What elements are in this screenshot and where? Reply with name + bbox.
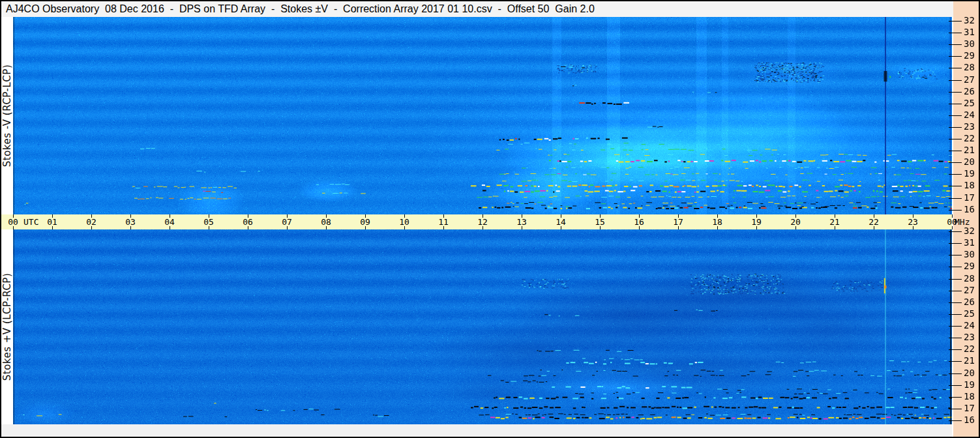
freq-tick xyxy=(949,198,962,199)
hour-label: 06 xyxy=(239,217,256,227)
freq-label: 16 xyxy=(964,204,980,216)
hour-label: 07 xyxy=(278,217,295,227)
freq-label: 30 xyxy=(964,38,980,50)
freq-tick xyxy=(949,361,962,362)
hour-label: 05 xyxy=(200,217,217,227)
freq-label: 23 xyxy=(964,121,980,133)
freq-tick xyxy=(949,314,962,315)
freq-tick xyxy=(949,104,962,104)
freq-label: 21 xyxy=(964,355,980,367)
freq-tick xyxy=(949,139,962,139)
hour-label: 08 xyxy=(318,217,334,227)
hour-label: 14 xyxy=(552,217,569,227)
freq-tick xyxy=(949,279,962,280)
freq-label: 26 xyxy=(964,86,980,98)
freq-tick xyxy=(949,302,962,303)
freq-label: 22 xyxy=(964,343,980,355)
freq-label: 28 xyxy=(964,273,980,285)
freq-tick xyxy=(949,186,962,186)
hour-label: 12 xyxy=(474,217,491,227)
freq-tick xyxy=(949,385,962,386)
hour-label: 00 xyxy=(5,217,22,227)
freq-label: 29 xyxy=(964,261,980,272)
freq-tick xyxy=(949,420,962,421)
hour-label: 01 xyxy=(44,217,61,227)
freq-tick xyxy=(949,243,962,244)
hour-label: 13 xyxy=(513,217,530,227)
hour-label: 16 xyxy=(631,217,647,227)
hour-label: 11 xyxy=(435,217,452,227)
freq-label: 17 xyxy=(964,403,980,415)
hour-label: 22 xyxy=(865,217,882,227)
freq-tick xyxy=(949,151,962,151)
title-bar: AJ4CO Observatory 08 Dec 2016 - DPS on T… xyxy=(1,1,957,17)
freq-tick xyxy=(949,409,962,409)
freq-label: 27 xyxy=(964,285,980,297)
freq-label: 29 xyxy=(964,50,980,62)
freq-label: 17 xyxy=(964,192,980,204)
panel-label-stokes-minus-v: Stokes -V (RCP-LCP) xyxy=(1,17,13,214)
freq-tick xyxy=(949,338,962,338)
freq-label: 25 xyxy=(964,308,980,320)
freq-label: 31 xyxy=(964,27,980,38)
freq-label: 18 xyxy=(964,180,980,192)
freq-label: 24 xyxy=(964,110,980,121)
freq-tick xyxy=(949,397,962,398)
freq-label: 24 xyxy=(964,320,980,332)
hour-label: 18 xyxy=(709,217,726,227)
freq-label: 31 xyxy=(964,237,980,249)
freq-tick xyxy=(949,68,962,68)
freq-label: 26 xyxy=(964,297,980,308)
hour-label: 20 xyxy=(787,217,804,227)
freq-tick xyxy=(949,267,962,267)
freq-label: 19 xyxy=(964,379,980,391)
freq-label: 27 xyxy=(964,74,980,86)
freq-tick xyxy=(949,92,962,93)
hour-label: 03 xyxy=(122,217,139,227)
freq-label: 20 xyxy=(964,156,980,168)
freq-label: 21 xyxy=(964,145,980,156)
freq-tick xyxy=(949,56,962,57)
spectrogram-viewer-window: AJ4CO Observatory 08 Dec 2016 - DPS on T… xyxy=(0,0,980,438)
freq-tick xyxy=(949,174,962,175)
freq-tick xyxy=(949,210,962,211)
freq-label: 18 xyxy=(964,391,980,403)
hour-label: 10 xyxy=(396,217,413,227)
spectrogram-top-stokes-minus-v xyxy=(13,17,952,214)
freq-tick xyxy=(949,21,962,22)
freq-tick xyxy=(949,255,962,256)
freq-label: 23 xyxy=(964,332,980,343)
freq-label: 28 xyxy=(964,62,980,74)
hour-label: 23 xyxy=(904,217,921,227)
freq-label: 30 xyxy=(964,249,980,261)
freq-tick xyxy=(949,162,962,163)
freq-label: 19 xyxy=(964,168,980,180)
spectrogram-bottom-stokes-plus-v xyxy=(13,229,952,424)
freq-tick xyxy=(949,326,962,327)
hour-label: 04 xyxy=(161,217,178,227)
panel-label-stokes-plus-v: Stokes +V (LCP-RCP) xyxy=(1,229,13,424)
hour-label: 09 xyxy=(357,217,374,227)
freq-label: 32 xyxy=(964,226,980,237)
freq-tick xyxy=(949,44,962,45)
freq-tick xyxy=(949,373,962,374)
freq-tick xyxy=(949,291,962,291)
utc-unit-label: UTC xyxy=(23,217,38,227)
hour-label: 19 xyxy=(748,217,765,227)
freq-label: 16 xyxy=(964,415,980,426)
freq-label: 25 xyxy=(964,98,980,110)
bottom-margin xyxy=(1,424,952,437)
hour-label: 15 xyxy=(591,217,608,227)
freq-label: 20 xyxy=(964,368,980,379)
freq-tick xyxy=(949,231,962,232)
freq-label: 32 xyxy=(964,15,980,27)
freq-tick xyxy=(949,80,962,81)
hour-label: 02 xyxy=(83,217,100,227)
hour-label: 17 xyxy=(670,217,687,227)
freq-tick xyxy=(949,115,962,116)
hour-label: 21 xyxy=(826,217,843,227)
freq-tick xyxy=(949,33,962,33)
time-axis: 0001020304050607080910111213141516171819… xyxy=(1,214,952,229)
freq-tick xyxy=(949,349,962,350)
freq-tick xyxy=(949,127,962,128)
